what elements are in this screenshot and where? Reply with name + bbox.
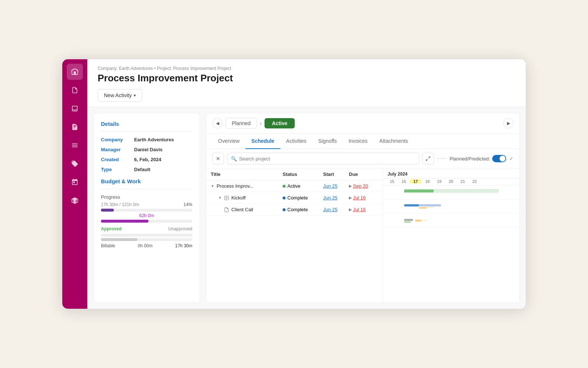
svg-rect-14 bbox=[419, 207, 426, 209]
day-col-today: 17 bbox=[410, 179, 421, 184]
sidebar-icon-list[interactable] bbox=[67, 137, 83, 153]
full-bar bbox=[101, 220, 192, 223]
row-title: ▼ Kickoff bbox=[211, 195, 283, 201]
search-input[interactable] bbox=[239, 156, 415, 162]
planned-predicted-toggle[interactable] bbox=[492, 155, 506, 162]
gantt-bar-svg bbox=[386, 216, 517, 225]
gantt-bar-wrap bbox=[386, 216, 517, 225]
row-status: Active bbox=[283, 183, 323, 189]
full-bar-fill bbox=[101, 220, 148, 223]
expand-row-chevron[interactable]: ▼ bbox=[211, 184, 214, 188]
day-col: 18 bbox=[421, 179, 433, 184]
day-col: 15 bbox=[386, 179, 398, 184]
tab-signoffs[interactable]: Signoffs bbox=[312, 134, 343, 149]
progress-bar bbox=[101, 209, 192, 212]
sidebar-icon-building[interactable] bbox=[67, 64, 83, 80]
prev-status-button[interactable]: ◀ bbox=[212, 118, 223, 128]
progress-label: Progress bbox=[101, 194, 192, 200]
tab-attachments[interactable]: Attachments bbox=[374, 134, 414, 149]
sidebar-icon-inbox[interactable] bbox=[67, 100, 83, 117]
budget-section: Budget & Work Progress 17h 30m / 121h 0m… bbox=[101, 178, 192, 248]
header: Company: Earth Adventures • Project: Pro… bbox=[87, 59, 526, 107]
gantt-bar-row bbox=[383, 185, 519, 199]
row-due: ▶ Jul 16 bbox=[349, 207, 378, 212]
status-dot-active bbox=[283, 185, 286, 188]
svg-line-2 bbox=[426, 159, 428, 160]
toolbar: ✕ 🔍 Planned/Predicted: bbox=[206, 149, 519, 169]
gantt-month: July 2024 bbox=[383, 169, 519, 178]
row-due: ▶ Jul 16 bbox=[349, 195, 378, 201]
details-title: Details bbox=[101, 121, 192, 127]
chevron-down-icon: ▾ bbox=[134, 93, 136, 98]
unapproved-bar bbox=[101, 238, 192, 241]
sidebar-icon-tag[interactable] bbox=[67, 156, 83, 172]
progress-values: 17h 30m / 121h 0m bbox=[101, 202, 139, 207]
doc-icon bbox=[224, 207, 229, 212]
sidebar-icon-calendar[interactable] bbox=[67, 174, 83, 190]
gantt-bar-svg bbox=[386, 202, 517, 211]
gantt-bar-row bbox=[383, 213, 519, 227]
status-dot-complete bbox=[283, 197, 286, 199]
approved-bar bbox=[101, 234, 192, 237]
gantt-table-header: Title Status Start Due bbox=[206, 169, 383, 180]
expand-row-chevron[interactable]: ▼ bbox=[218, 196, 222, 200]
row-status: Complete bbox=[283, 195, 323, 201]
progress-bar-fill bbox=[101, 209, 114, 212]
body-area: Details Company Earth Adventures Manager… bbox=[87, 107, 526, 309]
detail-created: Created 6, Feb, 2024 bbox=[101, 157, 192, 162]
budget-labels: Approved Unapproved bbox=[101, 226, 192, 231]
detail-company: Company Earth Adventures bbox=[101, 137, 192, 142]
tab-invoices[interactable]: Invoices bbox=[343, 134, 373, 149]
toolbar-chevron[interactable]: ✓ bbox=[509, 156, 514, 162]
svg-rect-19 bbox=[404, 221, 411, 223]
day-col: 21 bbox=[457, 179, 469, 184]
svg-line-1 bbox=[428, 157, 430, 158]
budget-title: Budget & Work bbox=[101, 178, 192, 184]
gantt-bar-wrap bbox=[386, 202, 517, 211]
tabs: Overview Schedule Activities Signoffs In… bbox=[206, 134, 519, 149]
page-title: Process Improvement Project bbox=[98, 72, 515, 84]
active-status-badge: Active bbox=[265, 118, 295, 128]
next-status-button[interactable]: ▶ bbox=[503, 118, 514, 128]
row-title: ▼ Process Improv... bbox=[211, 183, 283, 189]
unapproved-fill bbox=[101, 238, 137, 241]
svg-rect-0 bbox=[74, 71, 76, 74]
due-arrow-icon: ▶ bbox=[349, 195, 352, 200]
sidebar-icon-package[interactable] bbox=[67, 192, 83, 209]
gantt-bar-row bbox=[383, 199, 519, 213]
sidebar-icon-report[interactable] bbox=[67, 119, 83, 135]
row-status: Complete bbox=[283, 207, 323, 212]
row-due: ▶ Sep 20 bbox=[349, 183, 378, 189]
status-bar: ◀ Planned › Active ▶ bbox=[206, 113, 519, 134]
tab-activities[interactable]: Activities bbox=[280, 134, 312, 149]
task-icon bbox=[224, 195, 229, 201]
toggle-knob bbox=[500, 156, 505, 162]
sidebar bbox=[62, 59, 87, 309]
table-row: Client Call Complete Jun 25 ▶ Jul 16 bbox=[206, 204, 383, 216]
table-row: ▼ Kickoff Complete Jun 25 bbox=[206, 192, 383, 204]
sidebar-icon-document[interactable] bbox=[67, 82, 83, 98]
search-icon: 🔍 bbox=[231, 156, 237, 162]
planned-predicted-icon bbox=[437, 157, 447, 160]
status-separator-chevron: › bbox=[260, 120, 262, 126]
search-box: 🔍 bbox=[227, 153, 419, 164]
svg-rect-16 bbox=[404, 219, 413, 221]
day-col: 16 bbox=[398, 179, 410, 184]
billable-row: Billable 0h 00m 17h 30m bbox=[101, 243, 192, 248]
tab-schedule[interactable]: Schedule bbox=[245, 134, 280, 149]
day-col: 22 bbox=[469, 179, 480, 184]
breadcrumb: Company: Earth Adventures • Project: Pro… bbox=[98, 66, 515, 71]
gantt-bar-wrap bbox=[386, 188, 517, 197]
due-arrow-icon: ▶ bbox=[349, 207, 352, 212]
gantt-chart: July 2024 15 16 17 18 19 20 21 22 bbox=[383, 169, 519, 302]
left-panel: Details Company Earth Adventures Manager… bbox=[93, 113, 200, 303]
planned-status-button[interactable]: Planned bbox=[225, 118, 257, 129]
app-container: Company: Earth Adventures • Project: Pro… bbox=[62, 59, 526, 309]
expand-button[interactable] bbox=[422, 153, 434, 164]
close-button[interactable]: ✕ bbox=[212, 153, 224, 164]
new-activity-button[interactable]: New Activity ▾ bbox=[98, 89, 142, 102]
detail-type: Type Default bbox=[101, 167, 192, 172]
right-panel: ◀ Planned › Active ▶ Overview bbox=[206, 113, 520, 303]
tab-overview[interactable]: Overview bbox=[212, 134, 245, 149]
due-arrow-icon: ▶ bbox=[349, 184, 352, 188]
